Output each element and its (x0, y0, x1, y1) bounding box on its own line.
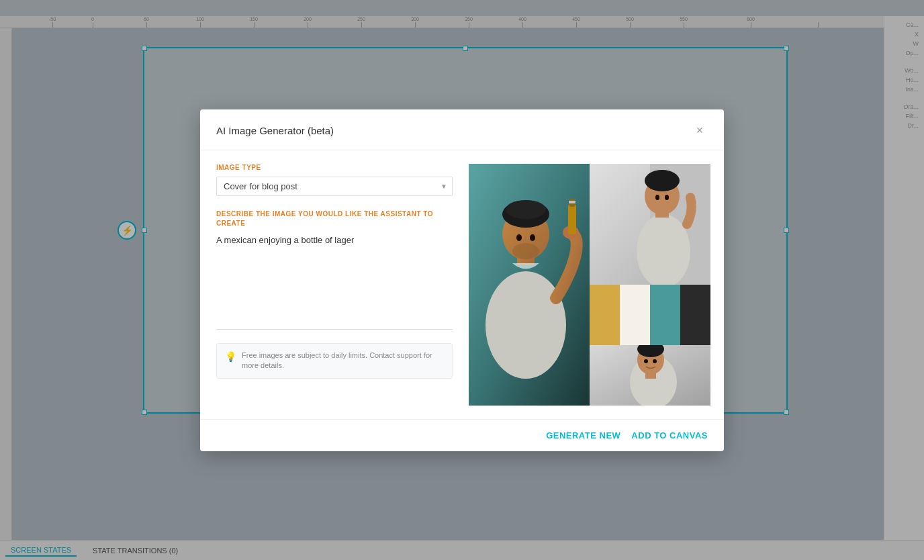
modal-close-button[interactable]: × (692, 123, 708, 139)
ai-image-generator-modal: AI Image Generator (beta) × IMAGE TYPE C… (200, 109, 724, 451)
modal-title: AI Image Generator (beta) (216, 125, 334, 136)
svg-rect-33 (568, 204, 576, 234)
image-main (469, 164, 590, 406)
swatch-teal (650, 285, 680, 345)
prompt-textarea[interactable] (216, 249, 453, 330)
modal-body: IMAGE TYPE Cover for blog post Social me… (200, 150, 724, 419)
generate-new-button[interactable]: GENERATE NEW (546, 430, 620, 440)
image-type-select-wrapper: Cover for blog post Social media post Ba… (216, 177, 453, 196)
color-swatches (590, 285, 710, 345)
svg-point-44 (645, 170, 680, 191)
prompt-text-display: A mexican enjoying a bottle of lager (216, 234, 453, 247)
modal-image-area (469, 150, 724, 419)
describe-label: DESCRIBE THE IMAGE YOU WOULD LIKE THE AS… (216, 209, 453, 228)
swatch-gold (590, 285, 620, 345)
svg-point-36 (516, 234, 522, 241)
modal-overlay[interactable]: AI Image Generator (beta) × IMAGE TYPE C… (0, 0, 924, 560)
svg-point-46 (665, 195, 669, 200)
svg-point-45 (655, 195, 659, 200)
svg-point-53 (653, 359, 657, 363)
swatch-cream (620, 285, 650, 345)
svg-point-37 (530, 234, 535, 241)
image-bottom-man (590, 345, 710, 406)
svg-rect-35 (569, 201, 575, 203)
add-to-canvas-button[interactable]: ADD TO CANVAS (631, 430, 708, 440)
modal-footer: GENERATE NEW ADD TO CANVAS (200, 419, 724, 451)
image-top-right (590, 164, 710, 285)
lightbulb-icon: 💡 (225, 351, 236, 362)
generated-image-grid (469, 164, 710, 406)
svg-point-31 (506, 200, 546, 219)
image-type-label: IMAGE TYPE (216, 164, 453, 171)
image-bottom-right (590, 285, 710, 406)
info-text: Free images are subject to daily limits.… (242, 351, 444, 371)
svg-point-41 (637, 214, 690, 285)
modal-header: AI Image Generator (beta) × (200, 109, 724, 150)
info-box: 💡 Free images are subject to daily limit… (216, 343, 453, 379)
image-type-select[interactable]: Cover for blog post Social media post Ba… (216, 177, 453, 196)
swatch-dark (680, 285, 710, 345)
svg-point-52 (644, 359, 648, 363)
svg-point-27 (486, 271, 566, 379)
svg-point-38 (512, 243, 539, 259)
modal-form: IMAGE TYPE Cover for blog post Social me… (200, 150, 469, 419)
